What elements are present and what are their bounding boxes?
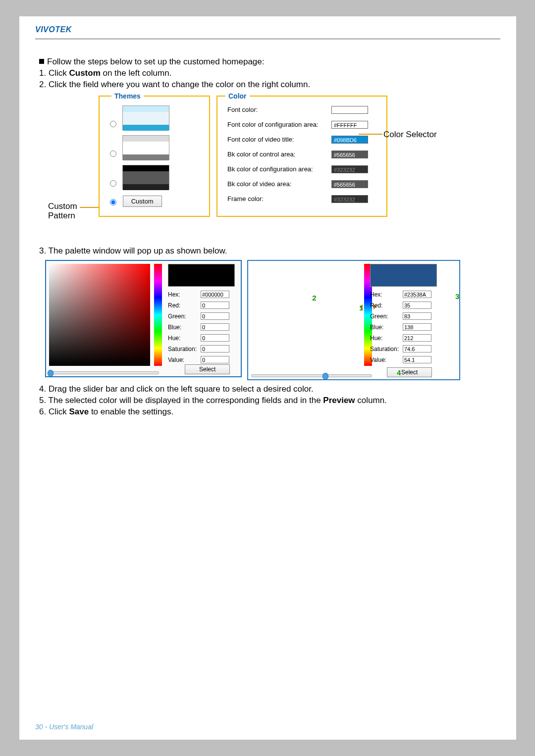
- themes-panel: Themes Custom: [99, 96, 210, 217]
- custom-button[interactable]: Custom: [123, 196, 162, 207]
- custom-pattern-label: CustomPattern: [48, 202, 77, 221]
- field-label: Blue:: [370, 323, 403, 331]
- theme-option-1[interactable]: [107, 105, 207, 130]
- color-selector-pointer-line: [359, 134, 382, 135]
- field-input-hex[interactable]: [403, 291, 431, 298]
- field-value: Value:: [370, 356, 431, 367]
- field-input-value[interactable]: [403, 356, 431, 363]
- theme-option-custom[interactable]: Custom: [107, 196, 162, 207]
- field-input-red[interactable]: [201, 302, 229, 309]
- color-swatch[interactable]: #098BD6: [331, 136, 368, 144]
- annot-3: 3: [455, 292, 459, 302]
- field-green: Green:: [370, 312, 431, 323]
- color-swatch[interactable]: #323232: [331, 195, 368, 203]
- field-input-hex[interactable]: [201, 291, 229, 298]
- field-input-blue[interactable]: [403, 323, 431, 331]
- color-row-label: Bk color of video area:: [227, 180, 331, 189]
- theme-radio-custom[interactable]: [110, 199, 116, 205]
- preview-swatch-left: [168, 264, 235, 287]
- theme-radio-3[interactable]: [110, 180, 116, 187]
- field-red: Red:: [168, 302, 229, 312]
- hue-slider-left[interactable]: [48, 371, 159, 374]
- field-blue: Blue:: [168, 323, 229, 334]
- field-label: Blue:: [168, 323, 201, 331]
- field-blue: Blue:: [370, 323, 431, 334]
- field-input-saturation[interactable]: [201, 345, 229, 353]
- field-hue: Hue:: [168, 334, 229, 345]
- color-row-5: Bk color of video area:#565656: [227, 180, 386, 189]
- color-swatch[interactable]: #565656: [331, 151, 368, 158]
- brand: VIVOTEK: [35, 25, 500, 34]
- field-input-hue[interactable]: [201, 334, 229, 342]
- select-button-right[interactable]: Select: [387, 367, 432, 377]
- field-input-red[interactable]: [403, 302, 431, 309]
- field-label: Saturation:: [370, 345, 403, 353]
- field-saturation: Saturation:: [168, 345, 229, 356]
- theme-option-3[interactable]: [107, 165, 207, 190]
- annot-1: 1: [359, 303, 363, 313]
- field-hue: Hue:: [370, 334, 431, 345]
- sat-val-area-left[interactable]: [49, 264, 150, 366]
- field-input-blue[interactable]: [201, 323, 229, 331]
- color-row-label: Font color:: [227, 105, 331, 114]
- page-footer: 30 - User's Manual: [35, 723, 93, 731]
- field-label: Value:: [370, 356, 403, 364]
- themes-legend: Themes: [111, 92, 144, 101]
- field-green: Green:: [168, 312, 229, 323]
- theme-radio-2[interactable]: [110, 151, 116, 157]
- field-red: Red:: [370, 302, 431, 312]
- step-6: 6. Click Save to enable the settings.: [39, 406, 500, 418]
- color-selector-label: Color Selector: [383, 129, 437, 141]
- field-label: Red:: [370, 302, 403, 309]
- sat-val-area-right[interactable]: 2: [251, 264, 360, 366]
- step-4: 4. Drag the slider bar and click on the …: [39, 384, 500, 395]
- field-label: Hue:: [370, 334, 403, 342]
- color-row-3: Bk color of control area:#565656: [227, 150, 386, 159]
- color-row-label: Font color of video title:: [227, 135, 331, 144]
- color-swatch[interactable]: #323232: [331, 165, 368, 173]
- field-label: Saturation:: [168, 345, 201, 353]
- color-swatch[interactable]: #565656: [331, 180, 368, 188]
- step-1: 1. Click Custom on the left column.: [39, 68, 500, 79]
- theme-option-2[interactable]: [107, 135, 207, 160]
- select-button-left[interactable]: Select: [185, 364, 230, 374]
- field-saturation: Saturation:: [370, 345, 431, 356]
- step-2: 2. Click the field where you want to cha…: [39, 79, 500, 91]
- field-input-green[interactable]: [201, 312, 229, 320]
- field-label: Hue:: [168, 334, 201, 342]
- color-row-2: Font color of video title:#098BD6: [227, 135, 386, 144]
- field-hex: Hex:: [168, 291, 229, 302]
- intro-lead: Follow the steps below to set up the cus…: [39, 56, 500, 68]
- field-label: Green:: [168, 312, 201, 320]
- field-input-hue[interactable]: [403, 334, 431, 342]
- annot-2: 2: [312, 293, 316, 303]
- theme-radio-1[interactable]: [110, 121, 116, 127]
- field-label: Red:: [168, 302, 201, 309]
- field-hex: Hex:: [370, 291, 431, 302]
- sv-marker[interactable]: [321, 300, 325, 303]
- color-panel: Color Font color:Font color of configura…: [216, 96, 387, 217]
- annot-4: 4: [397, 368, 401, 378]
- color-row-label: Frame color:: [227, 195, 331, 203]
- field-input-saturation[interactable]: [403, 345, 431, 353]
- color-swatch[interactable]: [331, 106, 368, 114]
- color-row-6: Frame color:#323232: [227, 195, 386, 203]
- palette-right: 2 1 3 Hex:Red:Green:Blue:Hue:Saturation:…: [247, 260, 460, 380]
- color-swatch[interactable]: #FFFFFF: [331, 121, 368, 129]
- field-label: Hex:: [168, 291, 201, 299]
- field-label: Hex:: [370, 291, 403, 299]
- step-5: 5. The selected color will be displayed …: [39, 395, 500, 406]
- field-input-value[interactable]: [201, 356, 229, 363]
- color-row-4: Bk color of configuration area:#323232: [227, 165, 386, 174]
- step-3: 3. The palette window will pop up as sho…: [39, 246, 500, 257]
- field-label: Value:: [168, 356, 201, 364]
- palette-left: Hex:Red:Green:Blue:Hue:Saturation:Value:…: [45, 260, 242, 377]
- color-row-0: Font color:: [227, 105, 386, 114]
- hue-strip-left[interactable]: [154, 264, 162, 366]
- color-row-1: Font color of configuration area:#FFFFFF: [227, 120, 386, 129]
- color-row-label: Bk color of control area:: [227, 150, 331, 159]
- field-input-green[interactable]: [403, 312, 431, 320]
- hue-slider-right[interactable]: [251, 374, 372, 377]
- color-row-label: Font color of configuration area:: [227, 120, 331, 129]
- bullet-icon: [39, 59, 44, 64]
